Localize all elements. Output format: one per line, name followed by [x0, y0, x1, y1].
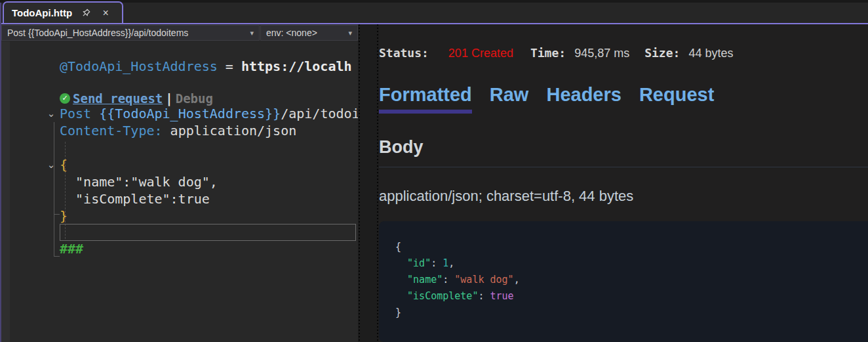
document-tab-strip — [0, 3, 868, 23]
tab-formatted[interactable]: Formatted — [379, 83, 472, 114]
document-tab-todoapi[interactable]: TodoApi.http × — [3, 1, 123, 23]
fold-guide-line — [54, 122, 54, 256]
variable-url-value: https://localh — [241, 58, 352, 74]
splitter-grip-dots — [359, 24, 360, 342]
editor-json-iscomplete-line: "isComplete":true — [60, 190, 210, 207]
editor-json-close-brace: } — [60, 207, 68, 224]
response-pane: Status: 201 Created Time: 945,87 ms Size… — [379, 24, 868, 342]
time-value: 945,87 ms — [574, 47, 629, 60]
editor-line-request: Post {{TodoApi_HostAddress}}/api/todoite… — [60, 105, 358, 122]
fold-chevron-icon[interactable]: ⌄ — [45, 105, 57, 122]
pane-splitter[interactable] — [358, 24, 379, 342]
time-label: Time: — [530, 46, 566, 60]
tab-raw[interactable]: Raw — [490, 83, 529, 110]
body-section-heading: Body — [379, 137, 424, 158]
status-label: Status: — [379, 46, 429, 60]
environment-selector-dropdown[interactable]: env: <none> ▾ — [260, 25, 358, 41]
editor-line-variable: @TodoApi_HostAddress = https://localh — [60, 58, 352, 75]
size-value: 44 bytes — [688, 47, 733, 60]
editor-json-open-brace: { — [60, 156, 68, 173]
variable-name: @TodoApi_HostAddress — [60, 58, 218, 74]
section-divider — [379, 167, 868, 167]
document-tab-title: TodoApi.http — [12, 7, 72, 18]
request-path: /api/todoitems — [281, 106, 358, 121]
close-icon[interactable]: × — [100, 7, 111, 19]
debug-link[interactable]: Debug — [176, 92, 213, 105]
response-json-body: { "id": 1, "name": "walk dog", "isComple… — [379, 221, 868, 342]
editor-code-area[interactable]: @TodoApi_HostAddress = https://localh ✓S… — [1, 41, 358, 342]
codelens-row: ✓Send request|Debug — [60, 92, 213, 105]
size-label: Size: — [644, 46, 680, 60]
send-request-link[interactable]: Send request — [73, 92, 163, 105]
request-delimiter: ### — [60, 240, 83, 257]
request-selector-dropdown[interactable]: Post {{TodoApi_HostAddress}}/api/todoite… — [1, 25, 260, 41]
environment-selector-value: env: <none> — [266, 28, 317, 38]
editor-line-content-type: Content-Type: application/json — [60, 122, 296, 139]
chevron-down-icon: ▾ — [250, 29, 254, 37]
pin-icon[interactable] — [80, 7, 92, 19]
editor-json-name-line: "name":"walk dog", — [60, 173, 218, 190]
chevron-down-icon: ▾ — [348, 29, 352, 37]
tab-request[interactable]: Request — [639, 83, 714, 110]
host-variable-ref: {{TodoApi_HostAddress}} — [99, 106, 281, 121]
editor-pane: Post {{TodoApi_HostAddress}}/api/todoite… — [1, 24, 358, 342]
tab-headers[interactable]: Headers — [546, 83, 621, 110]
success-check-icon: ✓ — [60, 93, 70, 104]
request-selector-value: Post {{TodoApi_HostAddress}}/api/todoite… — [7, 28, 188, 38]
fold-guide-tick — [54, 214, 60, 215]
http-method: Post — [60, 106, 99, 121]
fold-guide-tick — [54, 256, 60, 257]
response-view-tabs: Formatted Raw Headers Request — [379, 83, 714, 114]
vs-http-client-window: TodoApi.http × Post {{TodoApi_HostAddres… — [0, 0, 868, 342]
response-content-type: application/json; charset=utf-8, 44 byte… — [379, 188, 633, 205]
current-line-highlight — [60, 224, 356, 241]
fold-chevron-icon[interactable]: ⌄ — [45, 156, 57, 173]
splitter-grip-dots — [377, 24, 378, 342]
status-value: 201 Created — [448, 47, 513, 60]
response-status-row: Status: 201 Created Time: 945,87 ms Size… — [379, 46, 733, 60]
